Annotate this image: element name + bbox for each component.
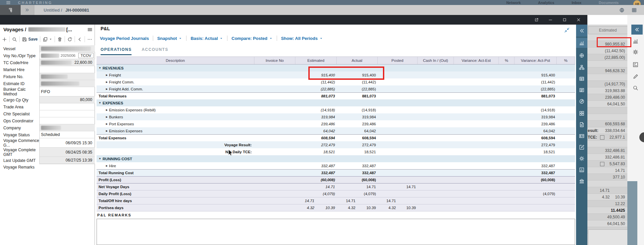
dock-gauge-icon[interactable]	[576, 165, 587, 175]
dock-collapse-left-icon[interactable]	[576, 25, 587, 37]
avatar[interactable]: AB	[633, 0, 641, 5]
field-value-chtr-specialist[interactable]	[39, 110, 95, 117]
column-header-cash-in-out-[interactable]: Cash In / (Out)	[418, 57, 454, 64]
side-remarks-box[interactable]	[588, 229, 628, 245]
expand-arrow-icon[interactable]: ▶	[106, 81, 108, 83]
top-nav-documents[interactable]: Documents	[599, 1, 619, 5]
pnl-row-port-expenses[interactable]: ▶Port Expenses239,486239,486239,486	[97, 120, 575, 127]
pnl-row-emission-expenses-rebill-[interactable]: ▶Emission Expenses (Rebill)(14,918)(14,9…	[97, 106, 575, 113]
close-button[interactable]	[571, 15, 585, 25]
pnl-row-expenses[interactable]: ▼EXPENSES	[97, 99, 575, 106]
rail-pencil-icon[interactable]	[633, 74, 638, 79]
dock-id-card-icon[interactable]	[576, 131, 587, 141]
dock-gear-icon[interactable]	[576, 154, 587, 164]
plus-button[interactable]	[2, 37, 7, 42]
pnl-menu-voyage-period-journals[interactable]: Voyage Period Journals	[100, 36, 149, 41]
pnl-row-profit-loss-[interactable]: Profit (Loss)(60,008)(60,008)(60,008)	[97, 176, 575, 184]
checkbox[interactable]	[600, 162, 604, 166]
field-value-voy-no-opr-type[interactable]: 2025006TCOV	[39, 52, 95, 59]
column-header-description[interactable]: Description	[97, 57, 254, 64]
tab-accounts[interactable]: ACCOUNTS	[142, 47, 168, 55]
expand-arrow-icon[interactable]: ▶	[106, 130, 108, 132]
column-header-posted[interactable]: Posted	[378, 57, 418, 64]
pnl-row-total-revenues[interactable]: Total Revenues881,073881,073881,073	[97, 92, 575, 99]
dock-bank-icon[interactable]	[576, 176, 587, 186]
top-nav-network[interactable]: Network	[506, 1, 520, 5]
field-value-vessel[interactable]	[39, 45, 95, 52]
top-nav-analytics[interactable]: Analytics	[538, 1, 554, 5]
collapse-panel-icon[interactable]	[564, 27, 570, 33]
pnl-menu-compare-posted[interactable]: Compare: Posted	[231, 36, 273, 41]
field-value-market-hire[interactable]	[39, 66, 95, 73]
field-value-bunker-calc-method[interactable]: FIFO	[39, 87, 95, 96]
popout-button[interactable]	[529, 15, 543, 25]
collapse-arrow-icon[interactable]: ▼	[99, 157, 101, 160]
column-header-invoice-no[interactable]: Invoice No	[254, 57, 295, 64]
copy-button[interactable]	[43, 37, 52, 42]
save-button[interactable]: Save	[22, 37, 38, 42]
dock-document-icon[interactable]	[576, 120, 587, 130]
pnl-row-total-off-hire-days[interactable]: Total/Off hire days14.7114.7114.71	[97, 197, 575, 204]
field-value-trade-area[interactable]	[39, 103, 95, 110]
trash-button[interactable]	[57, 37, 62, 42]
expand-tabs-icon[interactable]	[21, 5, 34, 15]
hamburger-icon[interactable]	[6, 0, 11, 5]
collapse-left-icon[interactable]	[631, 25, 643, 35]
panel-menu-icon[interactable]	[87, 27, 93, 32]
pnl-row-voyage-result-[interactable]: Voyage Result:272,479272,479272,479	[97, 141, 575, 148]
pnl-row-emission-expenses[interactable]: ▶Emission Expenses64,04264,04264,042	[97, 127, 575, 134]
expand-arrow-icon[interactable]: ▶	[106, 116, 108, 118]
pnl-row-freight-add-comm-[interactable]: ▶Freight Add. Comm.(22,885)(22,885)(22,8…	[97, 85, 575, 92]
refresh-button[interactable]	[67, 37, 72, 42]
field-value-ops-coordinator[interactable]	[39, 117, 95, 124]
pnl-row-port-sea-days[interactable]: Port/sea days4.3210.394.3210.394.3210.39	[97, 204, 575, 211]
pnl-menu-basis-actual[interactable]: Basis: Actual	[190, 36, 223, 41]
field-value-company[interactable]	[39, 124, 95, 131]
column-header-pct-9[interactable]: %	[557, 57, 575, 64]
tab-operations[interactable]: OPERATIONS	[101, 47, 132, 55]
dock-apps-icon[interactable]	[576, 108, 587, 118]
maximize-button[interactable]	[557, 15, 571, 25]
field-value-voyage-commence-g-[interactable]: 06/09/25 15:30	[39, 138, 95, 148]
dock-pencil-circle-icon[interactable]	[576, 96, 587, 106]
search-button[interactable]	[12, 37, 17, 42]
column-header-estimated[interactable]: Estimated	[295, 57, 337, 64]
field-value-voyage-status[interactable]: Scheduled	[39, 131, 95, 138]
pnl-remarks-input[interactable]	[97, 219, 575, 245]
dock-edit-icon[interactable]	[576, 142, 587, 152]
rail-checklist-icon[interactable]	[633, 62, 638, 67]
more-button[interactable]	[87, 37, 92, 42]
expand-arrow-icon[interactable]: ▶	[106, 165, 108, 167]
field-value-fixture-no-[interactable]	[39, 73, 95, 80]
field-value-tc-code-hire[interactable]: 22,600.00	[39, 59, 95, 66]
rail-search-icon[interactable]	[633, 85, 638, 91]
expand-arrow-icon[interactable]: ▶	[106, 74, 108, 76]
column-header-actual[interactable]: Actual	[337, 57, 378, 64]
pnl-row-hire[interactable]: ▶Hire332,487332,487332,487	[97, 162, 575, 169]
active-tab[interactable]: Untitled / JH-0000081	[44, 8, 89, 13]
grid-icon[interactable]	[632, 8, 637, 13]
field-value-voyage-remarks[interactable]	[39, 164, 95, 164]
pnl-menu-show-all-periods[interactable]: Show: All Periods	[281, 36, 323, 41]
collapse-arrow-icon[interactable]: ▼	[99, 101, 101, 104]
dock-card-list-icon[interactable]	[576, 85, 587, 95]
rail-chart-icon[interactable]	[633, 38, 638, 44]
column-header-pct-7[interactable]: %	[499, 57, 514, 64]
globe-icon[interactable]	[619, 8, 624, 13]
pnl-row-daily-profit-loss-[interactable]: Daily Profit (Loss)(4,079)(4,079)(4,079)	[97, 190, 575, 197]
pnl-row-net-daily-tce-[interactable]: Net Daily TCE:18,52118,52118,521	[97, 148, 575, 155]
dock-chart-icon[interactable]	[576, 38, 587, 48]
field-value-cargo-cp-qty[interactable]: 80,000	[39, 96, 95, 103]
expand-arrow-icon[interactable]: ▶	[106, 88, 108, 90]
scroll-doc-icon[interactable]	[0, 5, 21, 15]
column-header-variance-act-est[interactable]: Variance: Act-Est	[454, 57, 499, 64]
opr-type[interactable]: TCOV	[78, 53, 94, 58]
dock-wheel-icon[interactable]	[576, 51, 587, 61]
expand-arrow-icon[interactable]: ▶	[106, 123, 108, 125]
field-value-estimate-id[interactable]	[39, 80, 95, 87]
pnl-row-bunkers[interactable]: ▶Bunkers319,984319,984319,984	[97, 113, 575, 120]
dock-hierarchy-icon[interactable]	[576, 62, 587, 72]
pnl-row-running-cost[interactable]: ▼RUNNING COST	[97, 155, 575, 162]
pnl-row-total-running-cost[interactable]: Total Running Cost332,487332,487332,487	[97, 169, 575, 176]
field-value-last-update-gmt[interactable]: 06/27/25 13:39	[39, 157, 95, 164]
